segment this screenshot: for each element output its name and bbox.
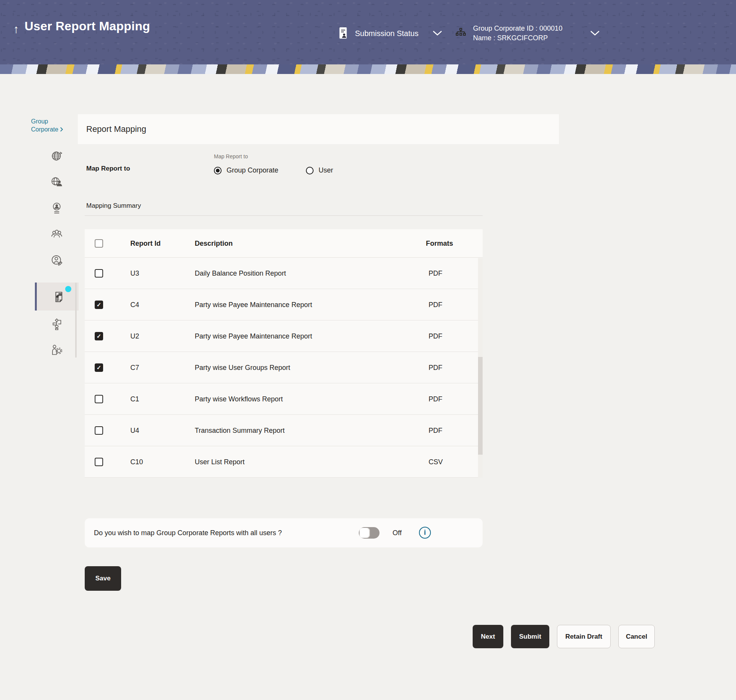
table-row: U4 Transaction Summary Report PDF [85, 415, 483, 446]
breadcrumb-label: Group Corporate [31, 118, 58, 133]
column-header-report-id: Report Id [130, 239, 161, 247]
submission-status-dropdown[interactable]: Submission Status [337, 25, 442, 41]
radio-button [214, 167, 222, 174]
decorative-banner [0, 64, 736, 74]
group-corporate-id: Group Corporate ID : 000010 [473, 24, 562, 33]
cell-format: PDF [429, 363, 442, 371]
table-row: U3 Daily Balance Position Report PDF [85, 258, 483, 289]
row-checkbox[interactable] [95, 363, 103, 372]
scrollbar-thumb[interactable] [478, 357, 483, 455]
map-all-users-card: Do you wish to map Group Corporate Repor… [85, 518, 483, 547]
table-row: C7 Party wise User Groups Report PDF [85, 352, 483, 383]
breadcrumb-group-corporate[interactable]: Group Corporate [31, 117, 69, 133]
row-checkbox[interactable] [95, 395, 103, 403]
map-report-to-label: Map Report to [86, 165, 130, 173]
notification-dot [65, 286, 71, 292]
sidebar-item-report-mapping-active[interactable] [35, 283, 79, 311]
chevron-right-icon [60, 127, 63, 132]
group-corporate-name: Name : SRKGCIFCORP [473, 33, 562, 43]
cell-format: PDF [429, 301, 442, 309]
next-button[interactable]: Next [473, 625, 503, 648]
report-mapping-icon [52, 290, 65, 303]
cell-format: PDF [429, 395, 442, 403]
workflow-icon [50, 317, 63, 330]
cell-report-id: C4 [130, 301, 139, 309]
table-scrollbar[interactable] [478, 258, 483, 478]
toggle-state-label: Off [393, 529, 402, 537]
cell-description: Party wise Workflows Report [195, 395, 283, 403]
user-settings-icon [50, 343, 63, 356]
cell-report-id: C10 [130, 458, 143, 466]
chevron-down-icon [432, 30, 442, 36]
org-chart-icon [455, 27, 467, 39]
toggle-knob [360, 528, 370, 538]
submit-button[interactable]: Submit [511, 625, 549, 648]
map-report-to-radio-group: Group Corporate User [214, 166, 333, 174]
cell-report-id: C1 [130, 395, 139, 403]
chevron-down-icon [590, 30, 600, 36]
cell-format: PDF [429, 332, 442, 340]
sidebar-item-user-edit[interactable] [50, 254, 63, 267]
group-corporate-dropdown[interactable]: Group Corporate ID : 000010 Name : SRKGC… [455, 21, 600, 45]
row-checkbox[interactable] [95, 458, 103, 466]
cell-report-id: U2 [130, 332, 139, 340]
user-edit-icon [50, 254, 63, 267]
cell-description: Party wise Payee Maintenance Report [195, 332, 312, 340]
sidebar-item-workflow[interactable] [50, 317, 63, 330]
sidebar-scrollbar[interactable] [75, 283, 77, 358]
sidebar-item-globe-sync[interactable] [50, 150, 63, 163]
panel-header: Report Mapping [78, 114, 559, 144]
row-checkbox[interactable] [95, 332, 103, 340]
cell-format: PDF [429, 269, 442, 277]
user-badge-icon [50, 202, 63, 215]
map-all-users-toggle[interactable] [359, 527, 380, 539]
globe-user-icon [50, 176, 63, 189]
row-checkbox[interactable] [95, 426, 103, 435]
toggle-question: Do you wish to map Group Corporate Repor… [94, 529, 282, 537]
radio-user[interactable]: User [306, 166, 333, 174]
row-checkbox[interactable] [95, 301, 103, 309]
sidebar-item-user-settings[interactable] [50, 343, 63, 356]
retain-draft-button[interactable]: Retain Draft [557, 625, 611, 648]
cell-description: Party wise Payee Maintenance Report [195, 301, 312, 309]
cell-format: PDF [429, 426, 442, 434]
submission-status-icon [337, 26, 350, 41]
select-all-checkbox[interactable] [95, 239, 103, 248]
mapping-summary-title: Mapping Summary [86, 202, 141, 210]
table-body: U3 Daily Balance Position Report PDF C4 … [85, 258, 483, 478]
radio-label: Group Corporate [227, 166, 278, 174]
table-row: C10 User List Report CSV [85, 446, 483, 478]
column-header-description: Description [195, 239, 233, 247]
cell-report-id: U4 [130, 426, 139, 434]
panel-title: Report Mapping [86, 124, 146, 134]
back-icon[interactable]: ↑ [8, 20, 24, 38]
save-button[interactable]: Save [85, 566, 121, 591]
cell-description: User List Report [195, 458, 245, 466]
cell-report-id: U3 [130, 269, 139, 277]
radio-label: User [319, 166, 333, 174]
info-icon[interactable]: i [419, 527, 431, 539]
cell-format: CSV [429, 458, 443, 466]
mapping-summary-table: Report Id Description Formats U3 Daily B… [85, 229, 483, 478]
radio-group-label: Map Report to [214, 153, 248, 159]
radio-button [306, 167, 314, 174]
cancel-button[interactable]: Cancel [618, 625, 655, 648]
cell-report-id: C7 [130, 363, 139, 371]
app-header: ↑ User Report Mapping Submission Status [0, 0, 736, 64]
table-header-row: Report Id Description Formats [85, 229, 483, 258]
table-row: C1 Party wise Workflows Report PDF [85, 383, 483, 415]
row-checkbox[interactable] [95, 269, 103, 278]
globe-sync-icon [50, 150, 63, 163]
radio-group-corporate[interactable]: Group Corporate [214, 166, 278, 174]
cell-description: Daily Balance Position Report [195, 269, 286, 277]
user-groups-icon [50, 228, 63, 241]
cell-description: Party wise User Groups Report [195, 363, 290, 371]
page-title: User Report Mapping [25, 19, 150, 33]
submission-status-label: Submission Status [355, 29, 419, 38]
sidebar-item-globe-user[interactable] [50, 176, 63, 189]
divider [85, 215, 483, 216]
cell-description: Transaction Summary Report [195, 426, 284, 434]
sidebar-item-user-badge[interactable] [50, 202, 63, 215]
sidebar-item-user-groups[interactable] [50, 228, 63, 241]
table-row: U2 Party wise Payee Maintenance Report P… [85, 320, 483, 352]
